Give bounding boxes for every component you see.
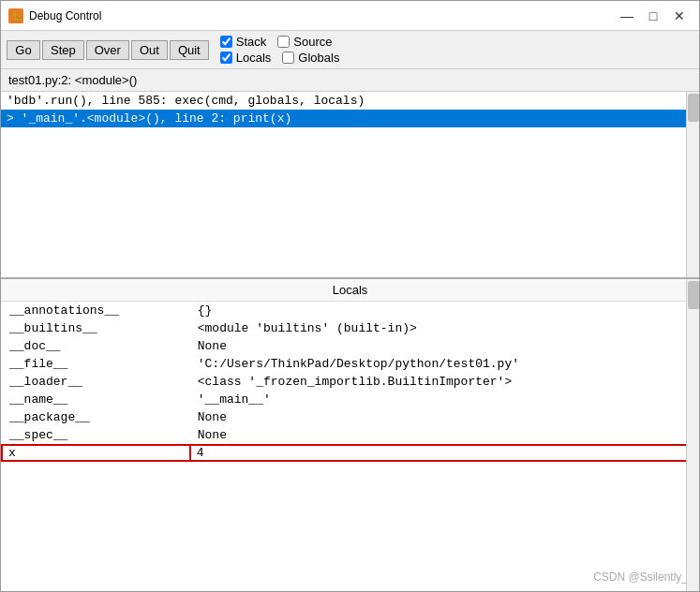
stack-line-text-1: > '_main_'.<module>(), line 2: print(x) <box>7 111 291 126</box>
stack-checkbox-text: Stack <box>236 35 267 49</box>
locals-row-6[interactable]: __package__None <box>2 408 698 426</box>
locals-name-4: __loader__ <box>2 373 190 391</box>
locals-name-6: __package__ <box>2 408 190 426</box>
debug-area: 'bdb'.run(), line 585: exec(cmd, globals… <box>1 92 699 591</box>
locals-row-8[interactable]: x4 <box>2 445 698 461</box>
go-button[interactable]: Go <box>7 40 40 60</box>
stack-line-0[interactable]: 'bdb'.run(), line 585: exec(cmd, globals… <box>1 92 699 110</box>
locals-name-0: __annotations__ <box>2 302 190 319</box>
quit-button[interactable]: Quit <box>170 40 209 60</box>
locals-value-4: <class '_frozen_importlib.BuiltinImporte… <box>190 373 698 391</box>
stack-scrollbar[interactable] <box>686 92 699 277</box>
checkbox-row-1: Stack Source <box>220 35 340 49</box>
locals-checkbox-text: Locals <box>236 51 272 65</box>
stack-checkbox[interactable] <box>220 36 232 48</box>
window-icon: 🐛 <box>8 8 23 23</box>
stack-scrollbar-thumb[interactable] <box>688 94 699 122</box>
locals-name-8: x <box>2 445 190 461</box>
locals-checkbox[interactable] <box>220 52 232 64</box>
out-button[interactable]: Out <box>131 40 168 60</box>
locals-value-6: None <box>190 408 698 426</box>
status-bar: test01.py:2: <module>() <box>1 69 699 92</box>
globals-checkbox-text: Globals <box>298 51 339 65</box>
locals-value-1: <module 'builtins' (built-in)> <box>190 319 698 337</box>
locals-value-7: None <box>190 426 698 445</box>
status-text: test01.py:2: <module>() <box>8 73 137 87</box>
stack-checkbox-label[interactable]: Stack <box>220 35 267 49</box>
source-checkbox[interactable] <box>277 36 290 48</box>
globals-checkbox-label[interactable]: Globals <box>282 51 339 65</box>
maximize-button[interactable]: □ <box>641 7 665 25</box>
source-checkbox-text: Source <box>293 35 332 49</box>
locals-row-7[interactable]: __spec__None <box>2 426 698 445</box>
title-bar: 🐛 Debug Control — □ ✕ <box>1 1 699 31</box>
locals-value-8: 4 <box>190 445 698 461</box>
locals-name-5: __name__ <box>2 391 190 408</box>
locals-checkbox-label[interactable]: Locals <box>220 51 272 65</box>
watermark: CSDN @Ssilently_ <box>593 570 688 584</box>
window-controls: — □ ✕ <box>615 7 692 25</box>
locals-pane[interactable]: Locals __annotations__{}__builtins__<mod… <box>1 279 699 591</box>
window-title: Debug Control <box>29 9 615 22</box>
locals-value-0: {} <box>190 302 698 319</box>
stack-pane[interactable]: 'bdb'.run(), line 585: exec(cmd, globals… <box>1 92 699 279</box>
locals-name-7: __spec__ <box>2 426 190 445</box>
toolbar-buttons: Go Step Over Out Quit <box>7 40 209 60</box>
toolbar-checkboxes: Stack Source Locals Globals <box>220 35 340 65</box>
debug-window: 🐛 Debug Control — □ ✕ Go Step Over Out Q… <box>0 0 700 592</box>
source-checkbox-label[interactable]: Source <box>277 35 332 49</box>
minimize-button[interactable]: — <box>615 7 639 25</box>
locals-name-3: __file__ <box>2 355 190 373</box>
locals-row-4[interactable]: __loader__<class '_frozen_importlib.Buil… <box>2 373 698 391</box>
locals-scrollbar-thumb[interactable] <box>688 281 699 309</box>
toolbar: Go Step Over Out Quit Stack Source Lo <box>1 31 699 69</box>
locals-row-2[interactable]: __doc__None <box>2 337 698 355</box>
locals-row-3[interactable]: __file__'C:/Users/ThinkPad/Desktop/pytho… <box>2 355 698 373</box>
close-button[interactable]: ✕ <box>667 7 692 25</box>
over-button[interactable]: Over <box>86 40 129 60</box>
locals-value-2: None <box>190 337 698 355</box>
locals-row-5[interactable]: __name__'__main__' <box>2 391 698 408</box>
globals-checkbox[interactable] <box>282 52 294 64</box>
locals-name-2: __doc__ <box>2 337 190 355</box>
locals-scrollbar[interactable] <box>686 279 699 591</box>
locals-table: __annotations__{}__builtins__<module 'bu… <box>1 302 699 462</box>
checkbox-row-2: Locals Globals <box>220 51 340 65</box>
svg-text:🐛: 🐛 <box>13 12 22 21</box>
locals-value-3: 'C:/Users/ThinkPad/Desktop/python/test01… <box>190 355 698 373</box>
stack-line-text-0: 'bdb'.run(), line 585: exec(cmd, globals… <box>7 94 365 108</box>
step-button[interactable]: Step <box>42 40 84 60</box>
locals-name-1: __builtins__ <box>2 319 190 337</box>
stack-line-1[interactable]: > '_main_'.<module>(), line 2: print(x) <box>1 110 699 127</box>
locals-row-0[interactable]: __annotations__{} <box>2 302 698 319</box>
locals-row-1[interactable]: __builtins__<module 'builtins' (built-in… <box>2 319 698 337</box>
locals-value-5: '__main__' <box>190 391 698 408</box>
locals-header: Locals <box>1 279 699 302</box>
